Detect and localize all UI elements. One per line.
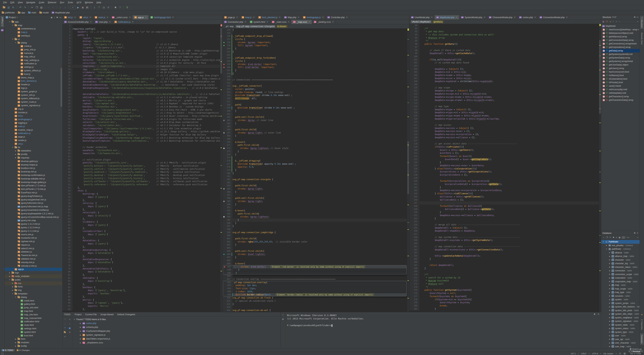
code-line[interactable]: 37 blueImpGalleryBootstrap: 'lib/bootstr… [62, 136, 220, 140]
code-line[interactable]: 112 $mapData->scope->id = $this->scopeId… [410, 93, 599, 96]
menu-navigate[interactable]: Navigate [24, 0, 37, 5]
tree-item-app.js[interactable]: app.js [4, 268, 62, 271]
close-icon[interactable]: ✕ [245, 21, 246, 23]
tree-item-raphael-min.js[interactable]: raphael-min.js [4, 240, 62, 243]
code-line[interactable]: 134 } [410, 161, 599, 164]
code-line[interactable]: 138 $corporationData = []; [410, 173, 599, 177]
editor-tab-_main.scss[interactable]: _main.scss✕ [270, 20, 292, 24]
line-number[interactable]: 140 [410, 180, 420, 183]
line-number[interactable]: 147 [410, 201, 420, 205]
code-line[interactable]: 166 [410, 261, 599, 264]
code-line[interactable]: 57 }, [62, 199, 220, 202]
tree-item-TweenLite.min.js[interactable]: TweenLite.min.js [4, 254, 62, 257]
structure-root[interactable]: MapModel [602, 24, 640, 28]
code-line[interactable]: 145 $alliances = $this->getAlliances(); [410, 195, 599, 198]
line-number[interactable]: 334 [222, 29, 232, 32]
code-line[interactable]: 387 [222, 194, 407, 197]
tree-item-dom.jsPlumb-1.7.2-min.js[interactable]: dom.jsPlumb-1.7.2-min.js [4, 184, 62, 187]
tree-item-fonts[interactable]: ▶fonts [4, 285, 62, 289]
tree-item-node_modules[interactable]: ▶node_modules [4, 274, 62, 278]
code-line[interactable]: 362 path:not(:first-child){ [222, 116, 407, 119]
undo-icon[interactable]: ↶ [18, 6, 22, 9]
code-line[interactable]: 98 // check if there is cached data [410, 49, 599, 52]
line-number[interactable]: 145 [410, 195, 420, 198]
tree-item-velocity.ui.min.js[interactable]: velocity.ui.min.js [4, 264, 62, 268]
line-number[interactable]: 351 [222, 82, 232, 85]
code-line[interactable]: 97 [410, 46, 599, 49]
db-item-corporation_map[interactable]: ▶corporation_map: table [601, 280, 640, 283]
line-number[interactable]: 402 [222, 240, 232, 243]
line-number[interactable]: 151 [410, 214, 420, 217]
copy-icon[interactable]: ❐ [606, 236, 608, 239]
tree-item-counter.js[interactable]: counter.js [4, 111, 62, 114]
line-number[interactable]: 28 [62, 109, 72, 112]
line-number[interactable]: 102 [410, 61, 420, 65]
code-line[interactable]: 153 [410, 220, 599, 223]
line-number[interactable]: 144 [410, 192, 420, 195]
code-line[interactable]: 55 bootstrap: { [62, 192, 220, 196]
code-line[interactable]: 381 [222, 175, 407, 178]
code-line[interactable]: 34 lazylinepainter: 'lib/jquery.lazyline… [62, 127, 220, 130]
menu-window[interactable]: Window [83, 0, 95, 5]
code-line[interactable]: 137 $corporations = $this->getCorporatio… [410, 170, 599, 173]
tree-item-init.js[interactable]: init.js [4, 114, 62, 118]
line-number[interactable]: 366 [222, 128, 232, 131]
line-number[interactable]: 40 [62, 146, 72, 149]
line-number[interactable]: 98 [410, 49, 420, 52]
hide-panel-icon[interactable]: ↧ [637, 232, 638, 234]
error-stripe-mark[interactable] [220, 90, 222, 90]
line-number[interactable]: 127 [410, 139, 420, 142]
error-stripe-mark[interactable] [408, 55, 409, 56]
close-icon[interactable]: ✕ [484, 16, 485, 19]
line-number[interactable]: 371 [222, 144, 232, 147]
sync-icon[interactable]: ↻ [610, 236, 611, 239]
expand-icon[interactable]: ▶ [14, 154, 17, 155]
toolwindow-switcher-icon[interactable] [2, 353, 4, 354]
tree-item-jquery.fullscreen.min.js[interactable]: jquery.fullscreen.min.js [4, 201, 62, 205]
code-line[interactable]: 99 $mapDataAll = $this->getCacheData(); [410, 52, 599, 55]
code-line[interactable]: 157 [410, 233, 599, 236]
line-number[interactable]: 133 [410, 158, 420, 161]
code-line[interactable]: 176 $searchSystem = null; [410, 292, 599, 295]
code-line[interactable]: 158 // map system data -----------------… [410, 236, 599, 239]
tree-item-system_route.js[interactable]: system_route.js [4, 100, 62, 104]
editor-tab-landingpage.js[interactable]: landingpage.js✕ [301, 15, 326, 20]
menu-vcs[interactable]: VCS [75, 0, 83, 5]
code-line[interactable]: 117 $mapData->type = (object) []; [410, 108, 599, 111]
code-line[interactable]: 4 paths: { [62, 34, 220, 37]
db-item-system_kills_pods[interactable]: ▶system_kills_pods: table [601, 309, 640, 312]
close-icon[interactable]: ✕ [129, 16, 130, 19]
more-options-icon[interactable]: » [637, 21, 638, 23]
line-number[interactable]: 123 [410, 127, 420, 130]
more-options-icon[interactable]: » [637, 236, 638, 238]
tree-item-templates[interactable]: ▼templates [4, 292, 62, 295]
editor-tab-_colors.scss[interactable]: _colors.scss✕ [110, 15, 132, 20]
tree-item-demo_map.js[interactable]: demo_map.js [4, 76, 62, 79]
line-number[interactable]: 358 [222, 103, 232, 107]
error-stripe-mark[interactable] [599, 211, 601, 211]
error-stripe-mark[interactable] [220, 148, 222, 148]
code-line[interactable]: 375 [222, 156, 407, 159]
expand-icon[interactable]: ▶ [12, 286, 14, 287]
code-line[interactable]: 1 [62, 24, 220, 28]
line-number[interactable]: 88 [62, 295, 72, 298]
expand-icon[interactable]: ▶ [14, 157, 17, 158]
structure-method-getUsers[interactable]: mgetUsers():array [602, 67, 640, 70]
error-stripe-mark[interactable] [408, 280, 409, 281]
todo-file-dataTables.responsive.js[interactable]: ▶dataTables.responsive.js [74, 337, 280, 341]
line-number[interactable]: 19 [62, 80, 72, 84]
code-line[interactable]: 136 } elseif($this->isCorporation()){ [410, 167, 599, 170]
code-line[interactable]: 33 validator: 'lib/validator.min', // v0… [62, 124, 220, 127]
tree-item-main.js[interactable]: main.js [4, 125, 62, 128]
more-options-icon[interactable]: » [64, 335, 66, 338]
code-line[interactable]: 347 } [222, 69, 407, 72]
line-number[interactable]: 389 [222, 200, 232, 203]
code-line[interactable]: 361 [222, 113, 407, 116]
line-number[interactable]: 22 [62, 90, 72, 93]
line-number[interactable]: 60 [62, 208, 72, 211]
expand-icon[interactable]: ▶ [608, 324, 611, 325]
code-line[interactable]: 156 $mapDataAll->mapData = $mapData; [410, 229, 599, 233]
code-line[interactable]: 76 datatablesResponsive: { [62, 258, 220, 261]
menu-tools[interactable]: Tools [66, 0, 75, 5]
tree-item-util.js[interactable]: util.js [4, 142, 62, 146]
